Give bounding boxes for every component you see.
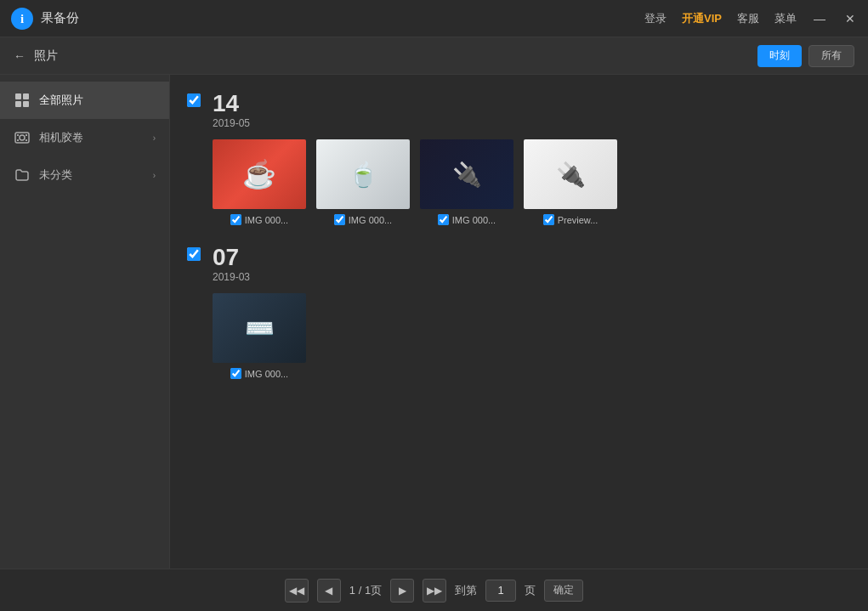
photo-label-p5: IMG 000... bbox=[230, 368, 288, 379]
svg-rect-9 bbox=[26, 134, 27, 136]
photo-thumb-p1[interactable] bbox=[213, 139, 306, 209]
minimize-btn[interactable]: — bbox=[812, 11, 827, 26]
goto-label: 到第 bbox=[455, 583, 477, 598]
group-date-2019-03: 07 2019-03 bbox=[213, 246, 250, 283]
group-month-2019-03: 2019-03 bbox=[213, 271, 250, 283]
list-item: IMG 000... bbox=[213, 293, 306, 379]
sidebar-item-camera-roll[interactable]: 相机胶卷 › bbox=[0, 119, 169, 156]
photo-filename-p4: Preview... bbox=[558, 215, 599, 225]
back-arrow-icon: ← bbox=[14, 49, 26, 63]
nav-title: 照片 bbox=[34, 48, 58, 64]
group-header-2019-03: 07 2019-03 bbox=[187, 246, 851, 283]
group-month-2019-05: 2019-05 bbox=[213, 117, 250, 129]
sidebar-label-uncategorized: 未分类 bbox=[39, 167, 72, 183]
photo-checkbox-p5[interactable] bbox=[230, 368, 241, 379]
group-checkbox-2019-05[interactable] bbox=[187, 93, 201, 107]
group-checkbox-2019-03[interactable] bbox=[187, 247, 201, 261]
photo-thumb-p4[interactable] bbox=[524, 139, 617, 209]
list-item: IMG 000... bbox=[420, 139, 513, 225]
photo-grid-2019-03: IMG 000... bbox=[213, 293, 851, 379]
svg-text:i: i bbox=[20, 12, 24, 25]
service-btn[interactable]: 客服 bbox=[737, 11, 759, 26]
photo-label-p3: IMG 000... bbox=[438, 214, 496, 225]
filter-all-btn[interactable]: 所有 bbox=[808, 45, 854, 67]
main-layout: 全部照片 相机胶卷 › 未分类 bbox=[0, 75, 868, 569]
svg-point-7 bbox=[20, 135, 25, 140]
photo-checkbox-p1[interactable] bbox=[230, 214, 241, 225]
goto-page-input[interactable] bbox=[485, 580, 516, 602]
photo-group-2019-05: 14 2019-05 IMG 000... IMG 000... bbox=[187, 92, 851, 225]
group-date-2019-05: 14 2019-05 bbox=[213, 92, 250, 129]
svg-rect-8 bbox=[17, 134, 19, 136]
photo-thumb-p2[interactable] bbox=[316, 139, 410, 209]
pagination-bar: ◀◀ ◀ 1 / 1页 ▶ ▶▶ 到第 页 确定 bbox=[0, 569, 868, 611]
prev-page-btn[interactable]: ◀ bbox=[317, 579, 341, 603]
goto-confirm-btn[interactable]: 确定 bbox=[544, 580, 583, 602]
photo-grid-2019-05: IMG 000... IMG 000... IMG 000... bbox=[213, 139, 851, 225]
nav-bar: ← 照片 时刻 所有 bbox=[0, 37, 868, 75]
svg-rect-5 bbox=[23, 101, 29, 107]
list-item: Preview... bbox=[524, 139, 617, 225]
svg-rect-4 bbox=[15, 101, 21, 107]
app-logo: i bbox=[10, 7, 34, 31]
back-button[interactable]: ← 照片 bbox=[14, 48, 58, 64]
close-btn[interactable]: ✕ bbox=[842, 11, 858, 26]
app-title: 果备份 bbox=[41, 10, 644, 26]
photo-filename-p3: IMG 000... bbox=[452, 215, 496, 225]
menu-btn[interactable]: 菜单 bbox=[774, 11, 797, 26]
list-item: IMG 000... bbox=[316, 139, 410, 225]
group-header-2019-05: 14 2019-05 bbox=[187, 92, 851, 129]
camera-roll-chevron-icon: › bbox=[153, 133, 156, 143]
grid-icon bbox=[14, 92, 31, 109]
next-page-btn[interactable]: ▶ bbox=[390, 579, 414, 603]
folder-icon bbox=[14, 167, 31, 184]
group-day-2019-05: 14 bbox=[213, 92, 250, 116]
photo-filename-p1: IMG 000... bbox=[245, 215, 288, 225]
sidebar: 全部照片 相机胶卷 › 未分类 bbox=[0, 75, 170, 569]
vip-btn[interactable]: 开通VIP bbox=[682, 11, 722, 26]
list-item: IMG 000... bbox=[213, 139, 306, 225]
photo-thumb-p5[interactable] bbox=[213, 293, 306, 363]
photo-label-p1: IMG 000... bbox=[230, 214, 288, 225]
photo-checkbox-p3[interactable] bbox=[438, 214, 449, 225]
titlebar-actions: 登录 开通VIP 客服 菜单 — ✕ bbox=[644, 11, 858, 26]
photo-filename-p5: IMG 000... bbox=[245, 369, 288, 379]
last-page-btn[interactable]: ▶▶ bbox=[423, 579, 446, 603]
film-icon bbox=[14, 129, 31, 146]
svg-rect-3 bbox=[23, 93, 29, 99]
group-day-2019-03: 07 bbox=[213, 246, 250, 269]
title-bar: i 果备份 登录 开通VIP 客服 菜单 — ✕ bbox=[0, 0, 868, 37]
svg-rect-10 bbox=[17, 139, 19, 141]
nav-filters: 时刻 所有 bbox=[757, 45, 854, 67]
photo-checkbox-p2[interactable] bbox=[334, 214, 345, 225]
uncategorized-chevron-icon: › bbox=[153, 171, 156, 180]
svg-rect-2 bbox=[15, 93, 21, 99]
photo-label-p2: IMG 000... bbox=[334, 214, 392, 225]
login-btn[interactable]: 登录 bbox=[644, 11, 667, 26]
photo-thumb-p3[interactable] bbox=[420, 139, 513, 209]
photos-content: 14 2019-05 IMG 000... IMG 000... bbox=[170, 75, 868, 569]
svg-rect-6 bbox=[15, 133, 29, 143]
photo-checkbox-p4[interactable] bbox=[543, 214, 554, 225]
photo-filename-p2: IMG 000... bbox=[349, 215, 392, 225]
page-unit-label: 页 bbox=[525, 583, 536, 598]
page-info: 1 / 1页 bbox=[349, 583, 382, 598]
filter-time-btn[interactable]: 时刻 bbox=[757, 45, 802, 67]
first-page-btn[interactable]: ◀◀ bbox=[285, 579, 309, 603]
photo-label-p4: Preview... bbox=[543, 214, 599, 225]
sidebar-item-all-photos[interactable]: 全部照片 bbox=[0, 82, 169, 119]
sidebar-label-camera-roll: 相机胶卷 bbox=[39, 130, 83, 145]
sidebar-item-uncategorized[interactable]: 未分类 › bbox=[0, 156, 169, 194]
photo-group-2019-03: 07 2019-03 IMG 000... bbox=[187, 246, 851, 379]
sidebar-label-all-photos: 全部照片 bbox=[39, 93, 83, 108]
svg-rect-11 bbox=[26, 139, 27, 141]
